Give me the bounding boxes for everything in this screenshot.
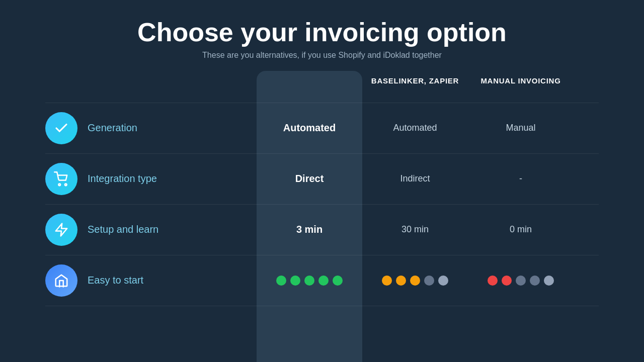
- dot-4: [424, 276, 434, 286]
- dot-4: [530, 276, 540, 286]
- dot-2: [502, 276, 512, 286]
- integration-col1: Direct: [257, 173, 362, 185]
- svg-point-1: [65, 184, 67, 186]
- generation-col1: Automated: [257, 122, 362, 134]
- generation-col3: Manual: [468, 123, 574, 133]
- dot-5: [438, 276, 448, 286]
- setup-col2: 30 min: [362, 224, 468, 235]
- row-easy: Easy to start: [45, 255, 599, 306]
- generation-label: Generation: [88, 122, 137, 134]
- cart-icon: [54, 171, 69, 187]
- generation-col2: Automated: [362, 123, 468, 133]
- integration-col3: -: [468, 173, 574, 184]
- bolt-icon: [54, 222, 69, 237]
- setup-label: Setup and learn: [88, 224, 158, 235]
- dot-1: [382, 276, 392, 286]
- easy-col3-dot-group: [473, 276, 569, 286]
- easy-col3-dots: [468, 276, 574, 286]
- setup-col3: 0 min: [468, 224, 574, 235]
- dot-1: [488, 276, 498, 286]
- col-header-manual: MANUAL INVOICING: [468, 76, 574, 99]
- row-label-generation: Generation: [45, 112, 257, 144]
- svg-marker-2: [56, 223, 67, 236]
- checkmark-icon: [54, 121, 69, 136]
- dot-3: [516, 276, 526, 286]
- col-header-empty: [45, 76, 257, 99]
- dot-2: [290, 276, 300, 286]
- page-subtitle: These are you alternatives, if you use S…: [137, 51, 507, 60]
- row-label-integration: Integration type: [45, 163, 257, 195]
- dot-3: [304, 276, 314, 286]
- easy-col1-dot-group: [262, 276, 357, 286]
- dot-1: [276, 276, 286, 286]
- integration-icon-circle: [45, 163, 77, 195]
- table-rows: Generation Automated Automated Manual In…: [45, 103, 599, 306]
- easy-icon-circle: [45, 264, 77, 297]
- easy-col2-dot-group: [367, 276, 463, 286]
- setup-icon-circle: [45, 214, 77, 246]
- integration-label: Integration type: [88, 173, 157, 185]
- dot-5: [544, 276, 554, 286]
- integration-col2: Indirect: [362, 173, 468, 184]
- row-label-easy: Easy to start: [45, 264, 257, 297]
- page-title: Choose your invoicing option: [137, 18, 507, 47]
- svg-point-0: [58, 184, 60, 186]
- row-integration: Integration type Direct Indirect -: [45, 153, 599, 204]
- home-icon: [54, 273, 69, 288]
- easy-col1-dots: [257, 276, 362, 286]
- page-header: Choose your invoicing option These are y…: [137, 18, 507, 60]
- row-setup: Setup and learn 3 min 30 min 0 min: [45, 204, 599, 255]
- col-header-baselinker: BASELINKER, ZAPIER: [362, 76, 468, 99]
- comparison-table: SHOPIFY APP RECOMMENDED BASELINKER, ZAPI…: [45, 76, 599, 306]
- generation-icon-circle: [45, 112, 77, 144]
- easy-col2-dots: [362, 276, 468, 286]
- easy-label: Easy to start: [88, 275, 143, 286]
- dot-2: [396, 276, 406, 286]
- dot-4: [318, 276, 329, 286]
- setup-col1: 3 min: [257, 224, 362, 235]
- row-label-setup: Setup and learn: [45, 214, 257, 246]
- dot-5: [333, 276, 343, 286]
- dot-3: [410, 276, 420, 286]
- row-generation: Generation Automated Automated Manual: [45, 103, 599, 153]
